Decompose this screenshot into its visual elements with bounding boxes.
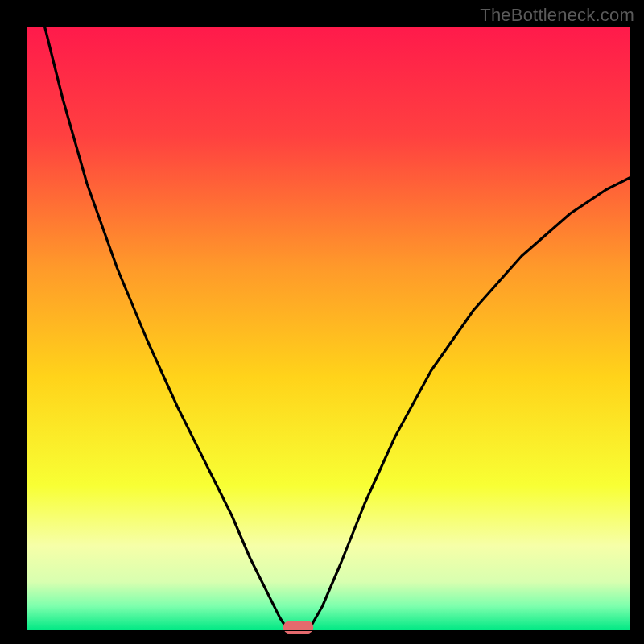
- chart-background: [27, 27, 630, 630]
- watermark-text: TheBottleneck.com: [480, 5, 634, 26]
- optimal-marker: [283, 621, 314, 634]
- chart-frame: TheBottleneck.com: [0, 0, 644, 644]
- chart-svg: [0, 0, 644, 644]
